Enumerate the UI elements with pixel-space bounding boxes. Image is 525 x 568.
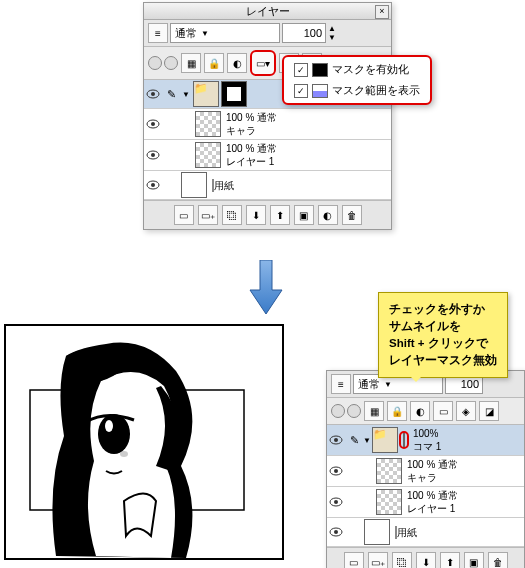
layer-row-paper[interactable]: 用紙: [327, 518, 524, 547]
name-label: 用紙: [214, 180, 234, 191]
blend-mode-select[interactable]: 通常 ▼: [170, 23, 280, 43]
svg-point-7: [151, 183, 155, 187]
chevron-down-icon: ▼: [384, 380, 392, 389]
pen-icon[interactable]: ✎: [162, 88, 180, 101]
layer-thumb: [376, 489, 402, 515]
mode-label: 100 % 通常: [407, 458, 520, 471]
layer-meta: 100 % 通常 キャラ: [403, 456, 524, 486]
indicators: [148, 56, 178, 70]
layer-icon[interactable]: ▦: [364, 401, 384, 421]
visibility-icon[interactable]: [144, 89, 162, 99]
blend-mode-label: 通常: [358, 377, 380, 392]
mode-label: 100%: [413, 427, 520, 440]
new-folder-icon[interactable]: ▭₊: [368, 552, 388, 568]
tooltip-line: レイヤーマスク無効: [389, 352, 497, 369]
svg-point-10: [98, 414, 130, 454]
color-icon[interactable]: ◪: [479, 401, 499, 421]
chevron-down-icon: ▼: [201, 29, 209, 38]
name-label: キャラ: [226, 124, 387, 137]
titlebar: レイヤー ×: [144, 3, 391, 20]
opacity-value: 100: [461, 378, 479, 390]
trash-icon[interactable]: 🗑: [342, 205, 362, 225]
trash-icon[interactable]: 🗑: [488, 552, 508, 568]
checkbox-checked-icon: ✓: [294, 63, 308, 77]
visibility-icon[interactable]: [144, 150, 162, 160]
layer-meta: 用紙: [208, 177, 391, 194]
ref-icon[interactable]: ◈: [456, 401, 476, 421]
layer-row-2[interactable]: 100 % 通常 レイヤー 1: [144, 140, 391, 171]
folder-thumb: 📁: [193, 81, 219, 107]
transfer-down-icon[interactable]: ⬇: [416, 552, 436, 568]
name-label: 用紙: [397, 527, 417, 538]
tooltip-note: チェックを外すか サムネイルを Shift + クリックで レイヤーマスク無効: [378, 292, 508, 378]
duplicate-icon[interactable]: ⿻: [392, 552, 412, 568]
menu-enable-mask-label: マスクを有効化: [332, 62, 409, 77]
layer-panel-bottom: ≡ 通常 ▼ 100 ▦ 🔒 ◐ ▭ ◈ ◪ ✎ ▼ 📁 100% コマ 1: [326, 370, 525, 568]
merge-icon[interactable]: ⬆: [270, 205, 290, 225]
illustration-canvas: [4, 324, 284, 560]
duplicate-icon[interactable]: ⿻: [222, 205, 242, 225]
mask-icon[interactable]: ◐: [318, 205, 338, 225]
layer-meta: 100% コマ 1: [409, 425, 524, 455]
menu-enable-mask[interactable]: ✓ マスクを有効化: [286, 59, 428, 80]
svg-point-14: [334, 438, 338, 442]
menu-show-mask-range[interactable]: ✓ マスク範囲を表示: [286, 80, 428, 101]
svg-point-16: [334, 469, 338, 473]
visibility-icon[interactable]: [327, 527, 345, 537]
name-label: キャラ: [407, 471, 520, 484]
mask-thumb[interactable]: [221, 81, 247, 107]
svg-point-20: [334, 530, 338, 534]
layer-meta: 100 % 通常 キャラ: [222, 109, 391, 139]
panel-footer: ▭ ▭₊ ⿻ ⬇ ⬆ ▣ ◐ 🗑: [144, 200, 391, 229]
mask-menu-button[interactable]: ▭: [433, 401, 453, 421]
svg-point-11: [105, 420, 113, 432]
pen-icon[interactable]: ✎: [345, 434, 363, 447]
layer-row-1[interactable]: 100 % 通常 キャラ: [327, 456, 524, 487]
new-layer-icon[interactable]: ▭: [174, 205, 194, 225]
flow-arrow-icon: [248, 260, 284, 316]
layer-row-folder[interactable]: ✎ ▼ 📁 100% コマ 1: [327, 425, 524, 456]
name-label: レイヤー 1: [407, 502, 520, 515]
stepper-icon[interactable]: ▲▼: [328, 24, 336, 42]
folder-thumb: 📁: [372, 427, 398, 453]
checkbox-checked-icon: ✓: [294, 84, 308, 98]
visibility-icon[interactable]: [144, 180, 162, 190]
layer-row-paper[interactable]: 用紙: [144, 171, 391, 200]
mask-thumb-disabled[interactable]: [403, 433, 405, 447]
tooltip-line: Shift + クリックで: [389, 335, 497, 352]
svg-point-18: [334, 500, 338, 504]
paper-thumb: [364, 519, 390, 545]
expand-icon[interactable]: ▼: [180, 90, 192, 99]
combine-icon[interactable]: ▣: [294, 205, 314, 225]
menu-icon[interactable]: ≡: [331, 374, 351, 394]
transfer-down-icon[interactable]: ⬇: [246, 205, 266, 225]
visibility-icon[interactable]: [327, 435, 345, 445]
panel-title: レイヤー: [246, 5, 290, 17]
layer-thumb: [195, 142, 221, 168]
expand-icon[interactable]: ▼: [363, 436, 371, 445]
opacity-field[interactable]: 100: [282, 23, 326, 43]
effect-icon[interactable]: ◐: [410, 401, 430, 421]
layer-row-1[interactable]: 100 % 通常 キャラ: [144, 109, 391, 140]
layer-icon[interactable]: ▦: [181, 53, 201, 73]
merge-icon[interactable]: ⬆: [440, 552, 460, 568]
new-folder-icon[interactable]: ▭₊: [198, 205, 218, 225]
lock-icon[interactable]: 🔒: [387, 401, 407, 421]
indicators: [331, 404, 361, 418]
lock-icon[interactable]: 🔒: [204, 53, 224, 73]
mask-range-icon: [312, 84, 328, 98]
layer-meta: 100 % 通常 レイヤー 1: [403, 487, 524, 517]
effect-icon[interactable]: ◐: [227, 53, 247, 73]
layer-meta: 用紙: [391, 524, 524, 541]
visibility-icon[interactable]: [144, 119, 162, 129]
close-icon[interactable]: ×: [375, 5, 389, 19]
layer-row-2[interactable]: 100 % 通常 レイヤー 1: [327, 487, 524, 518]
menu-icon[interactable]: ≡: [148, 23, 168, 43]
layer-thumb: [376, 458, 402, 484]
visibility-icon[interactable]: [327, 466, 345, 476]
combine-icon[interactable]: ▣: [464, 552, 484, 568]
mask-menu-button[interactable]: ▭▾: [250, 50, 276, 76]
name-label: レイヤー 1: [226, 155, 387, 168]
visibility-icon[interactable]: [327, 497, 345, 507]
new-layer-icon[interactable]: ▭: [344, 552, 364, 568]
